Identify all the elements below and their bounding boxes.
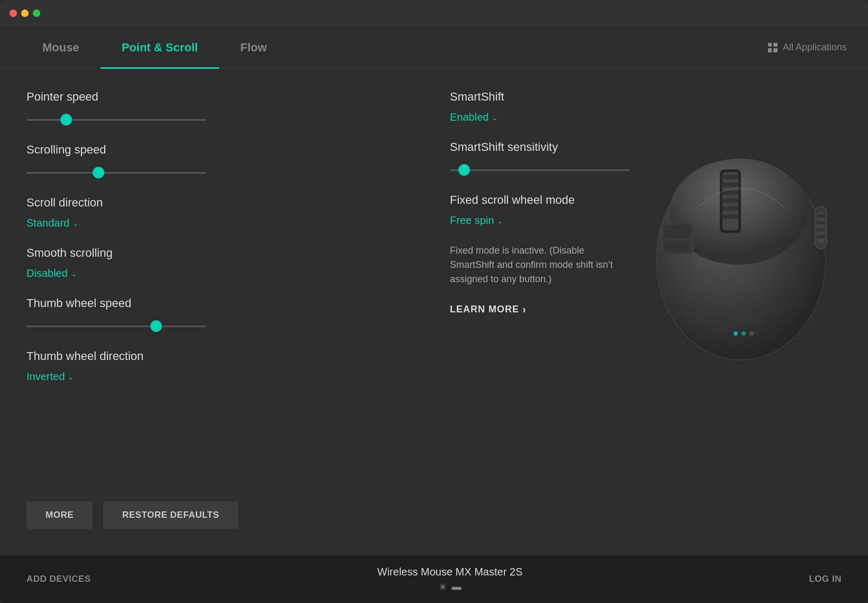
- svg-point-15: [749, 331, 754, 336]
- tab-flow[interactable]: Flow: [219, 26, 288, 69]
- svg-rect-22: [817, 235, 825, 238]
- svg-rect-7: [722, 199, 738, 203]
- maximize-button[interactable]: [33, 10, 40, 17]
- chevron-down-icon: ⌄: [71, 269, 77, 278]
- add-devices-button[interactable]: ADD DEVICES: [26, 574, 91, 584]
- thumb-wheel-speed-group: Thumb wheel speed: [26, 296, 418, 332]
- device-info: Wireless Mouse MX Master 2S ✳ ▬: [377, 566, 523, 593]
- pointer-speed-label: Pointer speed: [26, 90, 418, 104]
- log-in-button[interactable]: LOG IN: [809, 574, 842, 584]
- tabs: Mouse Point & Scroll Flow: [21, 26, 768, 69]
- main-content: Pointer speed Scrolling speed: [0, 69, 868, 555]
- battery-icon: ▬: [452, 581, 462, 592]
- svg-rect-4: [722, 175, 738, 179]
- svg-rect-20: [817, 221, 825, 224]
- chevron-down-icon: ⌄: [68, 373, 74, 381]
- scroll-direction-dropdown[interactable]: Standard ⌄: [26, 217, 418, 229]
- traffic-lights: [10, 10, 40, 17]
- smartshift-sensitivity-thumb[interactable]: [458, 164, 470, 176]
- thumb-wheel-speed-slider[interactable]: [26, 320, 418, 332]
- scrolling-speed-track: [26, 172, 206, 174]
- svg-point-14: [742, 331, 746, 336]
- bluetooth-icon: ✳: [439, 581, 447, 593]
- window: Mouse Point & Scroll Flow All Applicatio…: [0, 0, 868, 603]
- thumb-wheel-speed-track: [26, 326, 206, 327]
- scrolling-speed-label: Scrolling speed: [26, 143, 418, 157]
- svg-rect-19: [817, 214, 825, 218]
- mouse-svg: [635, 101, 857, 365]
- svg-rect-11: [664, 225, 691, 238]
- pointer-speed-slider[interactable]: [26, 113, 418, 126]
- thumb-wheel-speed-label: Thumb wheel speed: [26, 296, 418, 310]
- smooth-scrolling-label: Smooth scrolling: [26, 246, 418, 260]
- svg-point-13: [734, 331, 738, 336]
- chevron-down-icon: ⌄: [73, 219, 79, 228]
- chevron-down-icon: ⌄: [492, 113, 498, 122]
- scrolling-speed-thumb[interactable]: [93, 167, 104, 178]
- svg-rect-21: [817, 228, 825, 231]
- thumb-wheel-direction-group: Thumb wheel direction Inverted ⌄: [26, 349, 418, 383]
- smooth-scrolling-group: Smooth scrolling Disabled ⌄: [26, 246, 418, 280]
- restore-defaults-button[interactable]: RESTORE DEFAULTS: [103, 501, 238, 529]
- pointer-speed-group: Pointer speed: [26, 90, 418, 126]
- bottombar: ADD DEVICES Wireless Mouse MX Master 2S …: [0, 555, 868, 603]
- all-apps-button[interactable]: All Applications: [768, 42, 847, 53]
- chevron-down-icon: ⌄: [497, 217, 503, 225]
- scrolling-speed-group: Scrolling speed: [26, 143, 418, 179]
- tab-mouse[interactable]: Mouse: [21, 26, 101, 69]
- smooth-scrolling-dropdown[interactable]: Disabled ⌄: [26, 267, 418, 280]
- scroll-direction-label: Scroll direction: [26, 196, 418, 210]
- titlebar: [0, 0, 868, 26]
- right-column: SmartShift Enabled ⌄ SmartShift sensitiv…: [450, 90, 842, 534]
- fixed-mode-note: Fixed mode is inactive. (Disable SmartSh…: [450, 244, 630, 286]
- mouse-image: [635, 101, 857, 365]
- thumb-wheel-direction-dropdown[interactable]: Inverted ⌄: [26, 371, 418, 383]
- grid-icon: [768, 43, 777, 52]
- svg-rect-8: [722, 206, 738, 211]
- minimize-button[interactable]: [21, 10, 29, 17]
- arrow-right-icon: ›: [522, 303, 527, 316]
- tab-point-scroll[interactable]: Point & Scroll: [101, 26, 219, 69]
- more-button[interactable]: MORE: [26, 501, 93, 529]
- svg-rect-12: [664, 241, 691, 251]
- scroll-direction-group: Scroll direction Standard ⌄: [26, 196, 418, 229]
- smartshift-sensitivity-track: [450, 169, 630, 171]
- pointer-speed-track: [26, 119, 206, 121]
- scrolling-speed-slider[interactable]: [26, 166, 418, 179]
- thumb-wheel-speed-thumb[interactable]: [150, 320, 162, 332]
- content-area: Pointer speed Scrolling speed: [0, 69, 868, 555]
- svg-rect-6: [722, 191, 738, 195]
- action-buttons: MORE RESTORE DEFAULTS: [26, 501, 418, 534]
- svg-rect-5: [722, 183, 738, 187]
- left-column: Pointer speed Scrolling speed: [26, 90, 418, 534]
- svg-rect-9: [722, 214, 738, 219]
- close-button[interactable]: [10, 10, 17, 17]
- thumb-wheel-direction-label: Thumb wheel direction: [26, 349, 418, 363]
- tabbar: Mouse Point & Scroll Flow All Applicatio…: [0, 26, 868, 69]
- pointer-speed-thumb[interactable]: [60, 114, 72, 125]
- device-status-icons: ✳ ▬: [439, 581, 462, 593]
- device-name: Wireless Mouse MX Master 2S: [377, 566, 523, 578]
